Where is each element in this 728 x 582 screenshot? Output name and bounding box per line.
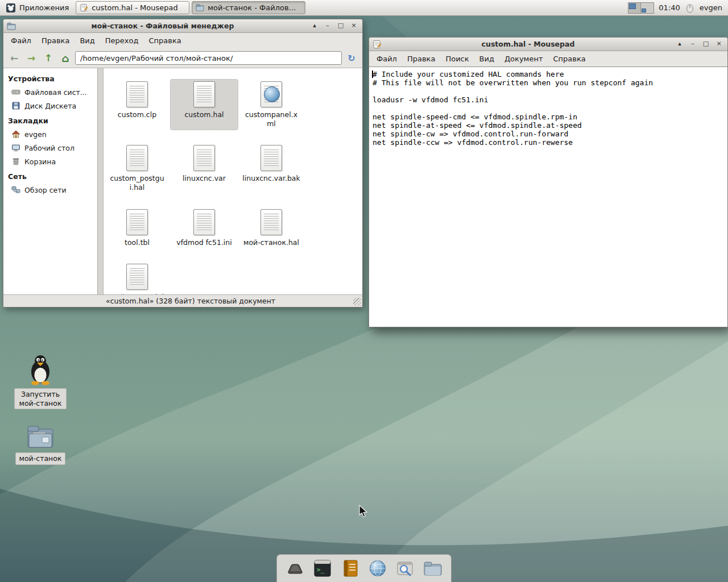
editor-titlebar[interactable]: custom.hal - Mousepad ▴ – □ × <box>369 38 727 51</box>
editor-content[interactable]: # Include your customized HAL commands h… <box>369 67 727 147</box>
fm-titlebar[interactable]: мой-станок - Файловый менеджер ▴ – □ × <box>3 19 362 33</box>
fm-toolbar: ← → ↑ ⌂ /home/evgen/Рабочий стол/мой-ста… <box>3 48 362 68</box>
text-file-icon <box>193 81 215 107</box>
desktop: Приложения custom.hal - Mousepad мой-ста… <box>0 0 728 582</box>
forward-button[interactable]: → <box>24 51 39 65</box>
home-button[interactable]: ⌂ <box>58 51 73 65</box>
fm-maximize-button[interactable]: □ <box>336 21 346 31</box>
editor-minimize-button[interactable]: – <box>688 39 698 49</box>
file-item-custom-postgui-hal[interactable]: custom_postgui.hal <box>104 143 171 193</box>
sidebar-item-floppy[interactable]: Диск Дискета <box>3 99 97 113</box>
folder-icon <box>422 558 444 579</box>
file-name: linuxcnc.var.bak <box>242 174 300 183</box>
taskbar-button-file-manager[interactable]: мой-станок - Файловы... <box>192 1 305 14</box>
dock-app-finder-button[interactable] <box>394 557 416 580</box>
sidebar-item-label: Обзор сети <box>24 186 67 194</box>
sidebar-item-filesystem[interactable]: Файловая сист... <box>3 85 97 99</box>
editor-menubar: Файл Правка Поиск Вид Документ Справка <box>369 51 727 66</box>
text-file-icon <box>193 209 215 235</box>
editor-menu-edit[interactable]: Правка <box>402 52 440 65</box>
workspace-1[interactable] <box>628 3 641 13</box>
text-file-icon <box>260 145 282 171</box>
sidebar-item-desktop[interactable]: Рабочий стол <box>3 141 97 155</box>
editor-menu-help[interactable]: Справка <box>548 52 591 65</box>
dock-web-browser-button[interactable] <box>366 557 389 580</box>
sidebar-item-trash[interactable]: Корзина <box>3 155 97 168</box>
file-manager-icon <box>196 3 204 12</box>
fm-menu-help[interactable]: Справка <box>143 34 186 47</box>
sidebar-splitter[interactable] <box>98 68 104 294</box>
mouse-indicator-icon[interactable] <box>685 3 695 13</box>
clock: 01:40 <box>659 3 680 12</box>
address-book-icon <box>340 558 361 579</box>
fm-menu-go[interactable]: Переход <box>100 34 144 47</box>
file-item-custom-clp[interactable]: custom.clp <box>104 80 171 130</box>
fm-shade-button[interactable]: ▴ <box>309 21 320 31</box>
editor-menu-document[interactable]: Документ <box>499 52 548 65</box>
fm-close-button[interactable]: × <box>349 21 359 31</box>
workspace-2[interactable] <box>641 3 653 13</box>
dock-terminal-button[interactable]: >_ <box>311 557 334 580</box>
editor-close-button[interactable]: × <box>714 39 724 49</box>
file-name: linuxcnc.var <box>183 174 226 183</box>
editor-maximize-button[interactable]: □ <box>701 39 711 49</box>
reload-button[interactable]: ↻ <box>344 51 359 65</box>
workspace-switcher[interactable] <box>628 2 654 14</box>
taskbar-button-label: custom.hal - Mousepad <box>92 3 177 12</box>
text-file-icon <box>126 209 148 235</box>
desktop-icon-label: мой-станок <box>15 452 66 465</box>
desktop-icon-label: Запустить мой-станок <box>14 388 67 409</box>
file-name: custom.clp <box>118 110 156 119</box>
editor-menu-search[interactable]: Поиск <box>440 52 474 65</box>
file-item-custompanel-xml[interactable]: custompanel.xml <box>238 80 305 130</box>
taskbar-button-mousepad[interactable]: custom.hal - Mousepad <box>76 1 189 14</box>
dock-text-editor-button[interactable] <box>339 557 362 580</box>
file-item-linuxcnc-var[interactable]: linuxcnc.var <box>171 143 238 193</box>
fm-window-title: мой-станок - Файловый менеджер <box>19 22 307 30</box>
editor-menu-file[interactable]: Файл <box>371 52 402 65</box>
file-name: custom.hal <box>184 110 224 119</box>
file-item-moy-stanok-ini[interactable]: мой-станок.ini <box>104 262 171 294</box>
text-file-icon <box>126 145 148 171</box>
app-finder-icon <box>394 558 416 579</box>
text-file-icon <box>126 81 148 107</box>
html-file-icon <box>260 81 282 107</box>
dock-show-desktop-button[interactable] <box>284 557 307 580</box>
file-item-tool-tbl[interactable]: tool.tbl <box>104 207 171 249</box>
fm-menu-file[interactable]: Файл <box>6 34 36 47</box>
fm-minimize-button[interactable]: – <box>322 21 333 31</box>
fm-sidebar: Устройства Файловая сист... Дис <box>3 68 98 294</box>
drive-icon <box>11 88 20 97</box>
file-item-custom-hal[interactable]: custom.hal <box>171 80 238 130</box>
desktop-icon-moy-stanok-folder[interactable]: мой-станок <box>13 423 68 465</box>
applications-menu-button[interactable]: Приложения <box>3 1 73 15</box>
fm-body: Устройства Файловая сист... Дис <box>3 68 362 294</box>
editor-menu-view[interactable]: Вид <box>474 52 499 65</box>
fm-menu-edit[interactable]: Правка <box>36 34 75 47</box>
path-text: /home/evgen/Рабочий стол/мой-станок/ <box>80 54 233 63</box>
sidebar-header-bookmarks: Закладки <box>3 113 97 127</box>
status-text: «custom.hal» (328 байт) текстовый докуме… <box>106 297 275 305</box>
sidebar-item-network-browse[interactable]: Обзор сети <box>3 183 97 197</box>
path-bar[interactable]: /home/evgen/Рабочий стол/мой-станок/ <box>75 51 342 65</box>
xfce-menu-icon <box>6 3 16 13</box>
back-button[interactable]: ← <box>7 51 22 65</box>
editor-text-area[interactable]: # Include your customized HAL commands h… <box>369 66 727 327</box>
file-item-linuxcnc-var-bak[interactable]: linuxcnc.var.bak <box>238 143 305 193</box>
fm-menu-view[interactable]: Вид <box>75 34 100 47</box>
file-grid: custom.clp custom.hal custompanel.xml cu… <box>104 68 362 294</box>
up-button[interactable]: ↑ <box>41 51 56 65</box>
sidebar-item-home[interactable]: evgen <box>3 127 97 141</box>
resize-grip[interactable] <box>353 298 361 306</box>
desktop-icon-launch-moy-stanok[interactable]: Запустить мой-станок <box>13 354 68 409</box>
sidebar-header-network: Сеть <box>3 168 97 183</box>
file-item-vfdmod-fc51-ini[interactable]: vfdmod fc51.ini <box>171 207 238 249</box>
mousepad-window: custom.hal - Mousepad ▴ – □ × Файл Правк… <box>369 37 728 327</box>
sidebar-item-label: Корзина <box>24 157 56 166</box>
mousepad-icon <box>80 3 88 12</box>
file-item-moy-stanok-hal[interactable]: мой-станок.hal <box>238 207 305 249</box>
editor-shade-button[interactable]: ▴ <box>675 39 685 49</box>
fm-menubar: Файл Правка Вид Переход Справка <box>3 33 362 48</box>
file-name: vfdmod fc51.ini <box>176 238 232 247</box>
dock-file-manager-button[interactable] <box>421 557 444 580</box>
